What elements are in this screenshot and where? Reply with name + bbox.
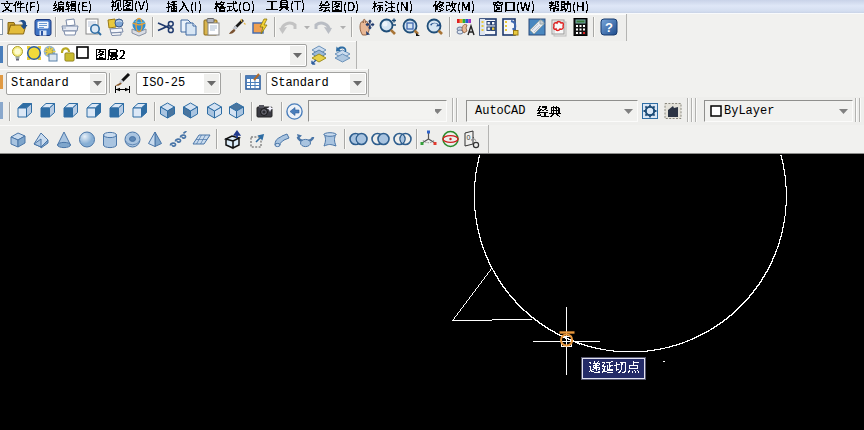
svg-text:?: ? — [605, 20, 613, 35]
svg-text:0,: 0, — [467, 134, 473, 141]
